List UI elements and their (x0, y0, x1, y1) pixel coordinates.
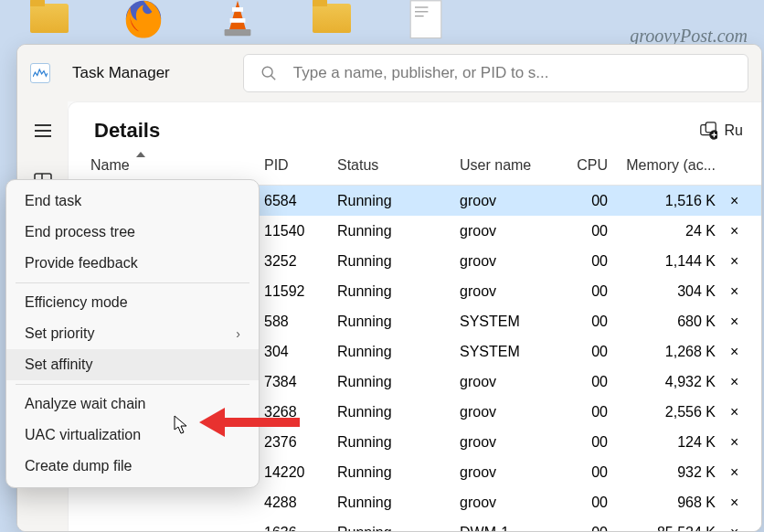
cell-status: Running (330, 495, 452, 511)
svg-rect-3 (225, 29, 251, 36)
cell-cpu: 00 (560, 464, 615, 481)
folder-icon[interactable] (27, 0, 71, 37)
cell-extra: × (723, 525, 737, 533)
menu-separator (16, 384, 249, 385)
search-box[interactable] (243, 54, 748, 92)
cell-pid: 7384 (257, 374, 330, 390)
cell-status: Running (330, 525, 452, 533)
search-input[interactable] (293, 64, 731, 82)
cell-mem: 932 K (615, 464, 723, 481)
cell-user: groov (452, 434, 560, 451)
titlebar: Task Manager (17, 45, 761, 101)
svg-rect-1 (232, 7, 243, 12)
vlc-icon[interactable] (216, 0, 260, 37)
app-icon (30, 63, 50, 83)
cell-user: groov (452, 253, 560, 270)
chevron-right-icon: › (236, 326, 240, 341)
cursor-icon (174, 415, 190, 439)
cell-pid: 1636 (257, 525, 330, 533)
cell-cpu: 00 (560, 374, 615, 390)
cell-extra: × (723, 464, 737, 481)
cell-extra: × (723, 374, 737, 390)
cell-user: groov (452, 464, 560, 481)
column-pid[interactable]: PID (257, 154, 330, 177)
cell-pid: 4288 (257, 495, 330, 511)
cell-mem: 4,932 K (615, 374, 723, 390)
cell-status: Running (330, 464, 452, 481)
document-icon[interactable] (404, 0, 448, 37)
column-status[interactable]: Status (330, 154, 452, 177)
cell-mem: 1,144 K (615, 253, 723, 270)
column-name[interactable]: Name (83, 154, 257, 177)
cell-mem: 1,516 K (615, 193, 723, 209)
cell-cpu: 00 (560, 283, 615, 300)
menu-end-task[interactable]: End task (6, 186, 259, 217)
cell-user: groov (452, 374, 560, 390)
run-new-task-button[interactable]: Ru (699, 122, 743, 140)
cell-extra: × (723, 404, 737, 420)
menu-separator (16, 282, 249, 283)
cell-pid: 588 (257, 314, 330, 330)
cell-extra: × (723, 253, 737, 270)
cell-status: Running (330, 223, 452, 239)
cell-mem: 968 K (615, 495, 723, 511)
cell-extra: × (723, 223, 737, 239)
column-user[interactable]: User name (452, 154, 560, 177)
svg-rect-2 (230, 18, 246, 23)
menu-set-priority[interactable]: Set priority› (6, 318, 259, 349)
cell-cpu: 00 (560, 253, 615, 270)
folder-icon-2[interactable] (310, 0, 354, 37)
column-mem[interactable]: Memory (ac... (615, 154, 723, 177)
cell-status: Running (330, 314, 452, 330)
column-cpu[interactable]: CPU (560, 154, 615, 177)
cell-cpu: 00 (560, 525, 615, 533)
menu-provide-feedback[interactable]: Provide feedback (6, 248, 259, 279)
run-label: Ru (725, 122, 743, 139)
table-row[interactable]: 4288Runninggroov00968 K× (69, 487, 761, 517)
cell-cpu: 00 (560, 193, 615, 209)
menu-set-affinity[interactable]: Set affinity (6, 349, 259, 380)
cell-extra: × (723, 495, 737, 511)
cell-pid: 6584 (257, 193, 330, 209)
cell-pid: 304 (257, 344, 330, 360)
svg-point-8 (262, 67, 272, 77)
cell-status: Running (330, 283, 452, 300)
cell-extra: × (723, 344, 737, 360)
hamburger-icon[interactable] (30, 118, 56, 144)
cell-user: DWM-1 (452, 525, 560, 533)
svg-rect-4 (410, 1, 441, 38)
cell-cpu: 00 (560, 223, 615, 239)
firefox-icon[interactable] (122, 0, 165, 37)
cell-status: Running (330, 404, 452, 420)
cell-user: groov (452, 223, 560, 239)
cell-user: groov (452, 193, 560, 209)
cell-mem: 2,556 K (615, 404, 723, 420)
column-extra[interactable] (723, 154, 737, 177)
app-title: Task Manager (72, 64, 170, 82)
cell-cpu: 00 (560, 344, 615, 360)
menu-end-process-tree[interactable]: End process tree (6, 217, 259, 248)
cell-extra: × (723, 193, 737, 209)
cell-extra: × (723, 283, 737, 300)
cell-mem: 304 K (615, 283, 723, 300)
cell-cpu: 00 (560, 314, 615, 330)
cell-pid: 11540 (257, 223, 330, 239)
cell-user: SYSTEM (452, 344, 560, 360)
table-row[interactable]: 1636RunningDWM-10085,524 K× (69, 517, 761, 532)
cell-mem: 85,524 K (615, 525, 723, 533)
cell-mem: 1,268 K (615, 344, 723, 360)
cell-mem: 680 K (615, 314, 723, 330)
cell-status: Running (330, 253, 452, 270)
cell-cpu: 00 (560, 434, 615, 451)
cell-extra: × (723, 314, 737, 330)
cell-extra: × (723, 434, 737, 451)
cell-status: Running (330, 374, 452, 390)
cell-mem: 24 K (615, 223, 723, 239)
menu-create-dump-file[interactable]: Create dump file (6, 451, 259, 482)
menu-efficiency-mode[interactable]: Efficiency mode (6, 287, 259, 318)
cell-status: Running (330, 193, 452, 209)
cell-user: groov (452, 495, 560, 511)
cell-user: groov (452, 283, 560, 300)
search-icon (260, 65, 277, 81)
cell-user: groov (452, 404, 560, 420)
